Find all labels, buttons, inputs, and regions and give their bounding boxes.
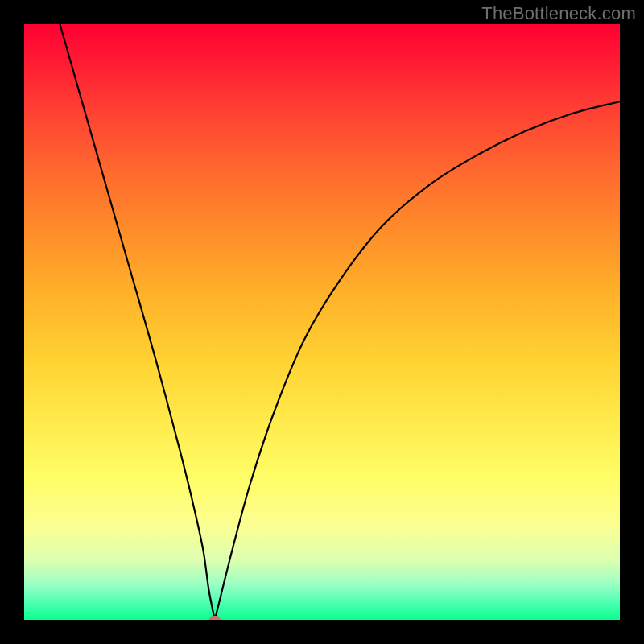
minimum-marker-shape [209,616,221,620]
watermark-text: TheBottleneck.com [481,3,636,24]
plot-area [24,24,620,620]
curve-path [60,24,620,620]
curve-svg [24,24,620,620]
minimum-marker [209,616,221,620]
bottleneck-curve [60,24,620,620]
chart-frame: TheBottleneck.com [0,0,644,644]
